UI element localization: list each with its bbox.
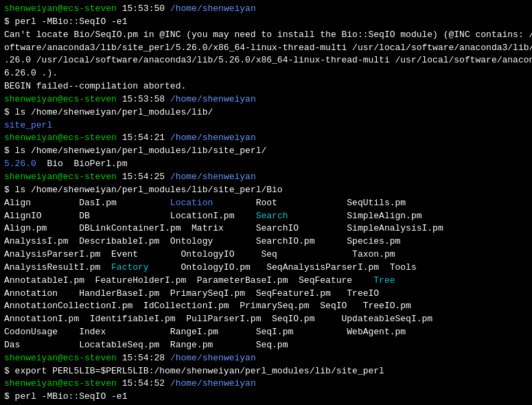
terminal: shenweiyan@ecs-steven 15:53:50 /home/she… xyxy=(0,0,532,405)
line-26: CodonUsage Index RangeI.pm SeqI.pm WebAg… xyxy=(4,326,528,339)
line-10: site_perl xyxy=(4,119,528,132)
line-5: .26.0 /usr/local/software/anaconda3/lib/… xyxy=(4,54,528,67)
line-13: 5.26.0 Bio BioPerl.pm xyxy=(4,158,528,171)
line-12: $ ls /home/shenweiyan/perl_modules/lib/s… xyxy=(4,145,528,158)
line-28: shenweiyan@ecs-steven 15:54:28 /home/she… xyxy=(4,352,528,365)
line-4: oftware/anaconda3/lib/site_perl/5.26.0/x… xyxy=(4,42,528,55)
line-21: AnalysisResultI.pm Factory OntologyIO.pm… xyxy=(4,262,528,275)
line-2: $ perl -MBio::SeqIO -e1 xyxy=(4,16,528,29)
line-25: AnnotationI.pm IdentifiableI.pm PullPars… xyxy=(4,313,528,326)
line-6: 6.26.0 .). xyxy=(4,67,528,80)
line-20: AnalysisParserI.pm Event OntologyIO Seq … xyxy=(4,248,528,262)
line-17: AlignIO DB LocationI.pm Search SimpleAli… xyxy=(4,210,528,223)
line-19: AnalysisI.pm DescribableI.pm Ontology Se… xyxy=(4,235,528,248)
line-8: shenweiyan@ecs-steven 15:53:58 /home/she… xyxy=(4,93,528,106)
line-16: Align DasI.pm Location Root SeqUtils.pm xyxy=(4,197,528,210)
line-7: BEGIN failed--compilation aborted. xyxy=(4,80,528,93)
line-30: shenweiyan@ecs-steven 15:54:52 /home/she… xyxy=(4,378,528,391)
line-14: shenweiyan@ecs-steven 15:54:25 /home/she… xyxy=(4,171,528,184)
line-24: AnnotationCollectionI.pm IdCollectionI.p… xyxy=(4,300,528,313)
line-15: $ ls /home/shenweiyan/perl_modules/lib/s… xyxy=(4,184,528,197)
line-27: Das LocatableSeq.pm Range.pm Seq.pm xyxy=(4,339,528,352)
line-31: $ perl -MBio::SeqIO -e1 xyxy=(4,391,528,404)
line-9: $ ls /home/shenweiyan/perl_modules/lib/ xyxy=(4,106,528,119)
line-23: Annotation HandlerBaseI.pm PrimarySeqI.p… xyxy=(4,288,528,301)
line-1: shenweiyan@ecs-steven 15:53:50 /home/she… xyxy=(4,3,528,16)
line-3: Can't locate Bio/SeqIO.pm in @INC (you m… xyxy=(4,29,528,42)
line-22: AnnotatableI.pm FeatureHolderI.pm Parame… xyxy=(4,275,528,288)
line-18: Align.pm DBLinkContainerI.pm Matrix Sear… xyxy=(4,222,528,235)
line-29: $ export PERL5LIB=$PERL5LIB:/home/shenwe… xyxy=(4,365,528,378)
line-11: shenweiyan@ecs-steven 15:54:21 /home/she… xyxy=(4,132,528,145)
